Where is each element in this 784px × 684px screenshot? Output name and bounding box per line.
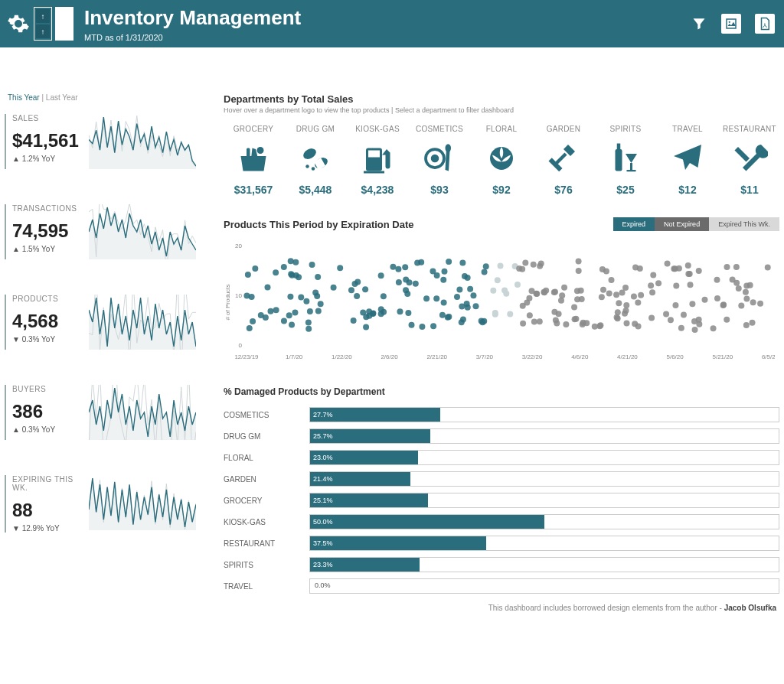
bar-pct: 25.1% xyxy=(310,497,333,504)
svg-rect-2 xyxy=(247,148,250,159)
svg-point-165 xyxy=(750,299,756,305)
svg-point-214 xyxy=(554,321,560,327)
svg-point-216 xyxy=(733,264,740,270)
svg-rect-10 xyxy=(368,151,380,158)
svg-point-86 xyxy=(307,308,313,314)
svg-point-226 xyxy=(571,305,577,311)
bar-track[interactable]: 27.7% xyxy=(309,407,779,422)
svg-point-106 xyxy=(419,324,425,330)
dept-spirits[interactable]: SPIRITS $25 xyxy=(596,125,655,196)
page-title: Inventory Management xyxy=(84,6,301,30)
dept-travel[interactable]: TRAVEL $12 xyxy=(658,125,717,196)
dept-drug[interactable]: DRUG GM $5,448 xyxy=(286,125,345,196)
scatter-chart[interactable]: 01020# of Products12/23/191/7/201/22/202… xyxy=(224,241,779,366)
kpi-sparkline[interactable] xyxy=(89,204,210,259)
year-tabs: This Year | Last Year xyxy=(5,93,210,102)
bar-track[interactable]: 23.0% xyxy=(309,450,779,465)
svg-point-130 xyxy=(288,258,294,264)
svg-point-112 xyxy=(245,272,251,278)
image-export-icon[interactable] xyxy=(721,14,741,34)
legend-not-expired[interactable]: Not Expired xyxy=(655,217,709,231)
svg-text:12/23/19: 12/23/19 xyxy=(234,353,259,360)
dept-floral[interactable]: FLORAL $92 xyxy=(472,125,531,196)
svg-point-144 xyxy=(495,277,501,283)
dept-gas[interactable]: KIOSK-GAS $4,238 xyxy=(348,125,407,196)
kpi-delta: ▼ 12.9% YoY xyxy=(12,524,89,533)
kpi-sparkline[interactable] xyxy=(89,295,210,350)
legend-expired[interactable]: Expired xyxy=(613,217,655,231)
scatter-legend: Expired Not Expired Expired This Wk. xyxy=(613,217,779,231)
bar-track[interactable]: 23.3% xyxy=(309,557,779,572)
svg-point-0 xyxy=(729,21,730,23)
svg-text:0: 0 xyxy=(239,342,243,349)
bar-label: RESTAURANT xyxy=(224,539,309,548)
svg-point-107 xyxy=(378,272,384,278)
svg-point-14 xyxy=(446,144,452,152)
tab-this-year[interactable]: This Year xyxy=(8,93,40,102)
dept-name: GARDEN xyxy=(534,125,593,133)
svg-point-58 xyxy=(252,265,258,272)
kpi-label: SALES xyxy=(12,114,89,122)
header-sort-toggle[interactable]: ↑ ↑ xyxy=(34,7,52,41)
dept-name: SPIRITS xyxy=(596,125,655,133)
svg-point-125 xyxy=(298,294,304,300)
svg-point-196 xyxy=(537,318,543,324)
svg-point-150 xyxy=(672,302,678,308)
svg-point-131 xyxy=(264,284,270,290)
floral-icon xyxy=(482,139,521,178)
svg-point-176 xyxy=(638,292,644,298)
svg-point-92 xyxy=(288,271,294,277)
legend-expired-this-wk[interactable]: Expired This Wk. xyxy=(709,217,779,231)
svg-point-251 xyxy=(685,271,691,277)
bar-track[interactable]: 0.0% xyxy=(309,578,779,594)
bar-track[interactable]: 25.1% xyxy=(309,493,779,508)
bar-track[interactable]: 21.4% xyxy=(309,471,779,487)
svg-point-61 xyxy=(315,308,322,314)
svg-point-207 xyxy=(520,321,526,327)
dept-cosmetics[interactable]: COSMETICS $93 xyxy=(410,125,469,196)
gear-icon[interactable] xyxy=(6,11,31,36)
svg-point-174 xyxy=(527,312,533,318)
header-blank-toggle[interactable] xyxy=(55,7,74,41)
tab-last-year[interactable]: Last Year xyxy=(46,93,78,102)
svg-point-115 xyxy=(292,310,298,316)
svg-rect-19 xyxy=(627,170,636,171)
dept-grocery[interactable]: GROCERY $31,567 xyxy=(224,125,283,196)
svg-point-254 xyxy=(623,308,629,314)
svg-point-127 xyxy=(441,269,447,275)
pdf-export-icon[interactable]: 人 xyxy=(755,14,775,34)
svg-point-91 xyxy=(363,324,369,330)
bar-row: COSMETICS 27.7% xyxy=(224,406,779,423)
svg-point-183 xyxy=(561,285,567,291)
svg-point-166 xyxy=(563,321,569,327)
bar-track[interactable]: 50.0% xyxy=(309,514,779,529)
kpi-sparkline[interactable] xyxy=(89,114,210,169)
kpi-info: BUYERS 386 ▲ 0.3% YoY xyxy=(5,385,89,440)
svg-point-248 xyxy=(743,289,749,295)
header-title-block: Inventory Management MTD as of 1/31/2020 xyxy=(84,6,301,42)
bar-track[interactable]: 25.7% xyxy=(309,428,779,444)
svg-point-250 xyxy=(619,289,626,295)
dept-garden[interactable]: GARDEN $76 xyxy=(534,125,593,196)
svg-point-8 xyxy=(312,167,315,171)
svg-point-238 xyxy=(631,293,637,299)
svg-point-69 xyxy=(440,277,446,283)
kpi-sparkline[interactable] xyxy=(89,475,210,530)
bar-label: KIOSK-GAS xyxy=(224,518,309,526)
bar-label: GARDEN xyxy=(224,475,309,484)
filter-icon[interactable] xyxy=(691,15,707,32)
bar-track[interactable]: 37.5% xyxy=(309,536,779,551)
svg-point-90 xyxy=(348,287,354,293)
main-content: Departments by Total Sales Hover over a … xyxy=(210,93,779,599)
bar-label: GROCERY xyxy=(224,497,309,505)
dept-restaurant[interactable]: RESTAURANT $11 xyxy=(720,125,779,196)
kpi-sparkline[interactable] xyxy=(89,385,210,440)
bar-pct: 25.7% xyxy=(310,432,333,440)
svg-point-49 xyxy=(430,323,436,329)
svg-point-76 xyxy=(273,307,279,313)
svg-point-247 xyxy=(552,289,558,295)
svg-point-48 xyxy=(362,286,368,292)
footer-credit: This dashboard includes borrowed design … xyxy=(0,599,784,620)
dept-value: $92 xyxy=(472,184,531,196)
svg-text:6/5/20: 6/5/20 xyxy=(762,353,775,360)
